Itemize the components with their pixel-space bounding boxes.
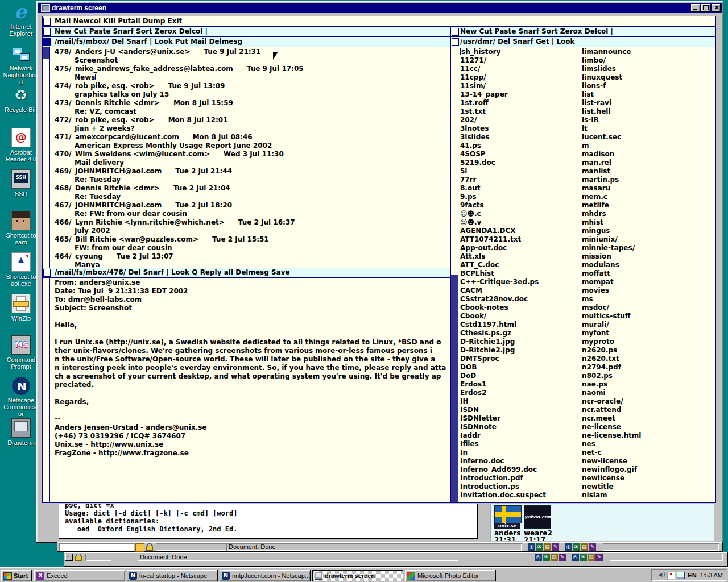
desktop-icon-acrobat-reader[interactable]: Acrobat Reader 4.0: [2, 128, 40, 163]
mail-list-entry[interactable]: 473/Dennis Ritchie <dmr>Mon 8 Jul 15:59: [55, 99, 450, 107]
message-text-line[interactable]: n the unix/Free Software/Open-source wor…: [55, 355, 450, 364]
directory-window-tag[interactable]: /usr/dmr/ Del Snarf Get | Look: [450, 37, 715, 47]
desktop-icon-ssh[interactable]: SSH: [2, 169, 40, 197]
directory-entry[interactable]: myfont: [582, 329, 715, 338]
left-column-tag[interactable]: New Cut Paste Snarf Sort Zerox Delcol |: [43, 27, 450, 37]
composer-icon[interactable]: [595, 554, 603, 561]
mail-subject[interactable]: Re: Tuesday: [55, 193, 450, 201]
directory-entry[interactable]: 41.ps: [460, 142, 581, 150]
acme-main-tag[interactable]: Mail Newcol Kill Putall Dump Exit: [43, 16, 715, 27]
directory-entry[interactable]: 77rr: [460, 176, 581, 184]
directory-entry[interactable]: CSstrat28nov.doc: [460, 295, 581, 304]
mailbox-window-tag[interactable]: /mail/fs/mbox/ Del Snarf | Look Put Mail…: [43, 37, 450, 47]
directory-entry[interactable]: metlife: [582, 201, 715, 210]
folder-icon[interactable]: [135, 543, 144, 552]
message-text-line[interactable]: (+46) 73 0319296 / ICQ# 3674607: [55, 432, 450, 440]
directory-entry[interactable]: Ifiles: [460, 440, 581, 448]
message-dirty-box[interactable]: [43, 269, 51, 277]
acme-main-tag-text[interactable]: Mail Newcol Kill Putall Dump Exit: [55, 16, 182, 26]
inbox-icon[interactable]: [580, 554, 587, 561]
message-text-line[interactable]: Regards,: [55, 398, 450, 406]
start-button[interactable]: Start: [1, 570, 32, 581]
mail-list-entry[interactable]: 470/Wim Sweldens <wim@lucent.com>Wed 3 J…: [55, 150, 450, 159]
directory-entry[interactable]: ISDNletter: [460, 414, 581, 423]
message-scrollbar[interactable]: [43, 278, 50, 502]
directory-entry[interactable]: msdoc/: [582, 304, 715, 312]
directory-entry[interactable]: 1st.txt: [460, 107, 581, 116]
mail-list-entry[interactable]: 464/cyoungTue 2 Jul 13:07: [55, 252, 450, 261]
directory-entry[interactable]: App-out.doc: [460, 244, 581, 252]
navigator-icon[interactable]: [572, 554, 579, 561]
mail-subject[interactable]: July 2002: [55, 227, 450, 235]
directory-scrollbar-thumb[interactable]: [451, 47, 458, 275]
navigator-icon[interactable]: [528, 543, 535, 551]
directory-entry[interactable]: Introduction.ps: [460, 483, 581, 491]
navigator-icon[interactable]: [565, 543, 572, 551]
directory-entry[interactable]: lt: [582, 124, 715, 133]
mail-list-entry[interactable]: 466/Lynn Ritchie <lynn.ritchie@which.net…: [55, 218, 450, 227]
face-entry[interactable]: yahoo.comweare221:17: [524, 505, 551, 529]
message-text-line[interactable]: [55, 406, 450, 415]
newsgroups-icon[interactable]: [544, 543, 551, 551]
desktop-icon-internet-explorer[interactable]: Internet Explorer: [2, 3, 40, 37]
mail-list-entry[interactable]: 469/JOHNMRITCH@aol.comTue 2 Jul 21:44: [55, 167, 450, 176]
directory-entry[interactable]: Cstd1197.html: [460, 321, 581, 329]
mail-subject[interactable]: Mail delivery: [55, 159, 450, 167]
directory-entry[interactable]: m: [582, 142, 715, 150]
directory-entry[interactable]: n802.ps: [582, 372, 715, 380]
directory-entry[interactable]: mhdrs: [582, 210, 715, 218]
right-column-tag[interactable]: New Cut Paste Snarf Sort Zerox Delcol |: [450, 27, 715, 37]
directory-entry[interactable]: nislam: [582, 491, 715, 500]
directory-entry[interactable]: 5l: [460, 167, 581, 176]
mail-subject[interactable]: American Express Monthly Usage Report Ju…: [55, 142, 450, 150]
message-text-line[interactable]: Hello,: [55, 321, 450, 330]
right-column-tag-box[interactable]: [452, 28, 459, 36]
directory-entry[interactable]: n2620.ps: [582, 346, 715, 355]
mail-list-entry[interactable]: 474/rob pike, esq. <rob>Tue 9 Jul 13:09: [55, 82, 450, 90]
directory-entry[interactable]: D-Ritchie2.jpg: [460, 346, 581, 355]
desktop-icon-shortcut-aol[interactable]: Shortcut to aol.exe: [2, 252, 40, 287]
directory-entry[interactable]: masaru: [582, 184, 715, 193]
directory-entry[interactable]: Att.xls: [460, 252, 581, 261]
directory-entry[interactable]: 9facts: [460, 201, 581, 210]
taskbar-item-drawterm[interactable]: drawterm screen: [312, 570, 403, 581]
message-text-line[interactable]: From: anders@unix.se: [55, 278, 450, 287]
message-text-line[interactable]: To: dmr@bell-labs.com: [55, 296, 450, 304]
directory-entry[interactable]: n2620.txt: [582, 355, 715, 363]
desktop-icon-netscape-communicator[interactable]: Netscape Communicator: [2, 377, 40, 417]
navigator-icon[interactable]: [535, 554, 542, 561]
mail-list-entry[interactable]: 468/Dennis Ritchie <dmr>Tue 2 Jul 21:04: [55, 184, 450, 193]
mailbox-dirty-box[interactable]: [43, 38, 51, 46]
inbox-icon[interactable]: [536, 543, 543, 551]
directory-entry[interactable]: mhist: [582, 218, 715, 227]
directory-entry[interactable]: 11cc/: [460, 65, 581, 73]
directory-entry[interactable]: D-Ritchie1.jpg: [460, 338, 581, 346]
directory-entry[interactable]: BCPLhist: [460, 269, 581, 278]
directory-entry[interactable]: list: [582, 90, 715, 99]
directory-entry[interactable]: 5219.doc: [460, 159, 581, 167]
directory-entry[interactable]: madison: [582, 150, 715, 159]
taskbar-item-netscape-2[interactable]: nntp.lucent.com - Netscap...: [220, 570, 311, 581]
close-button[interactable]: [712, 4, 721, 12]
directory-entry[interactable]: limslides: [582, 65, 715, 73]
directory-entry[interactable]: In: [460, 448, 581, 457]
directory-entry[interactable]: ncr.attend: [582, 406, 715, 414]
directory-entry[interactable]: ne-license: [582, 423, 715, 431]
directory-entry[interactable]: ms: [582, 295, 715, 304]
directory-entry[interactable]: 1st.roff: [460, 99, 581, 107]
directory-entry[interactable]: Cthesis.ps.gz: [460, 329, 581, 338]
directory-entry[interactable]: manlist: [582, 167, 715, 176]
desktop-icon-winzip[interactable]: WinZip: [2, 294, 40, 322]
directory-entry[interactable]: ISDNnote: [460, 423, 581, 431]
minimize-button[interactable]: [691, 4, 700, 12]
directory-entry[interactable]: mission: [582, 252, 715, 261]
directory-entry[interactable]: Inferno_Add699.doc: [460, 465, 581, 474]
directory-entry[interactable]: IH: [460, 397, 581, 406]
volume-icon[interactable]: [657, 572, 665, 579]
mailbox-scrollbar[interactable]: [43, 47, 50, 268]
mail-list-entry[interactable]: 472/rob pike, esq. <rob>Mon 8 Jul 12:01: [55, 116, 450, 124]
directory-entry[interactable]: Invitation.doc.suspect: [460, 491, 581, 500]
desktop-icon-drawterm[interactable]: Drawterm: [2, 418, 40, 446]
padlock-icon[interactable]: [146, 543, 154, 551]
window-titlebar[interactable]: drawterm screen: [38, 3, 722, 13]
